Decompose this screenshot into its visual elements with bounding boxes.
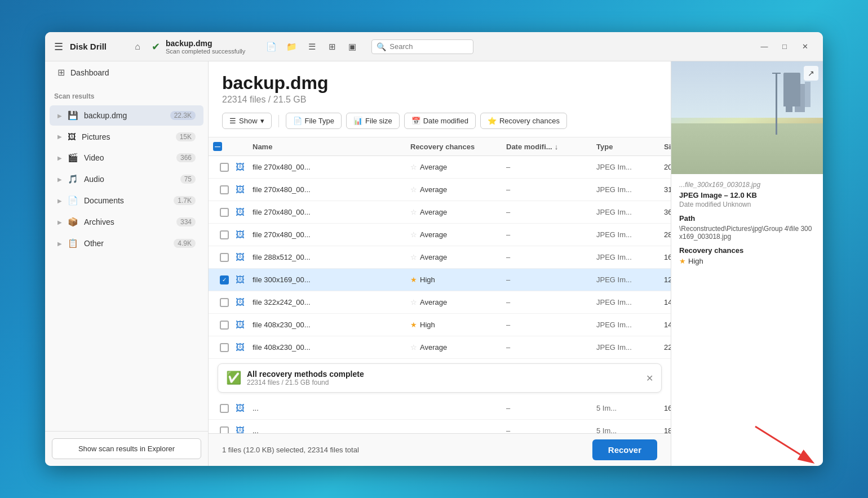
file-name: ... <box>253 426 410 433</box>
type-value: 5 Im... <box>596 426 664 433</box>
sidebar-audio-label: Audio <box>84 175 175 184</box>
dashboard-icon: ⊞ <box>57 67 65 78</box>
type-value: JPEG Im... <box>596 230 664 239</box>
size-value: 14.5 KB <box>664 321 671 329</box>
file-type-icon: 🖼 <box>236 162 245 172</box>
file-view-button[interactable]: 📄 <box>262 38 280 56</box>
title-bar: ☰ Disk Drill ⌂ ✔ backup.dmg Scan complet… <box>45 32 823 61</box>
star-outline-icon: ☆ <box>410 208 417 216</box>
table-row[interactable]: 🖼 file 408x230_00... ☆ Average – JPEG Im… <box>209 336 671 359</box>
date-value: – <box>506 343 596 352</box>
sidebar-item-backup[interactable]: ▶ 💾 backup.dmg 22.3K <box>50 105 203 126</box>
header-col-date[interactable]: Date modifi... ↓ <box>506 143 596 151</box>
size-value: 36.2 KB <box>664 208 671 216</box>
close-button[interactable]: ✕ <box>796 38 814 56</box>
list-view-button[interactable]: ☰ <box>303 38 321 56</box>
recovery-chances-label: Recovery chances <box>499 117 560 125</box>
row-checkbox-cell[interactable] <box>213 163 236 172</box>
size-value: 31.6 KB <box>664 185 671 194</box>
recover-button[interactable]: Recover <box>592 439 657 460</box>
row-checkbox[interactable] <box>220 404 229 413</box>
documents-icon: 📄 <box>68 195 78 206</box>
table-row[interactable]: 🖼 file 270x480_00... ☆ Average – JPEG Im… <box>209 179 671 201</box>
type-value: JPEG Im... <box>596 343 664 352</box>
panel-filename: ...file_300x169_003018.jpg <box>679 181 815 189</box>
archives-icon: 📦 <box>68 217 78 227</box>
grid-view-button[interactable]: ⊞ <box>323 38 341 56</box>
home-button[interactable]: ⌂ <box>129 38 146 55</box>
recovery-value: Average <box>420 163 447 171</box>
date-modified-filter-button[interactable]: 📅 Date modified <box>404 113 476 129</box>
row-checkbox[interactable] <box>220 163 229 172</box>
file-name: file 300x169_00... <box>253 275 410 284</box>
table-row[interactable]: 🖼 file 270x480_00... ☆ Average – JPEG Im… <box>209 201 671 224</box>
sidebar-item-pictures[interactable]: ▶ 🖼 Pictures 15K <box>50 127 203 146</box>
row-checkbox[interactable] <box>220 208 229 217</box>
row-checkbox[interactable] <box>220 185 229 194</box>
sidebar-item-audio[interactable]: ▶ 🎵 Audio 75 <box>50 169 203 189</box>
row-checkbox[interactable] <box>220 343 229 352</box>
split-view-button[interactable]: ▣ <box>343 38 361 56</box>
header-col-type[interactable]: Type <box>596 143 664 151</box>
minimize-button[interactable]: — <box>755 38 773 56</box>
header-col-recovery[interactable]: Recovery chances <box>410 143 506 151</box>
recovery-value: Average <box>420 253 447 261</box>
header-checkbox[interactable] <box>213 142 222 151</box>
chevron-right-icon: ▶ <box>57 134 62 140</box>
table-row[interactable]: 🖼 file 270x480_00... ☆ Average – JPEG Im… <box>209 224 671 246</box>
header-col-name[interactable]: Name <box>253 143 410 151</box>
table-row[interactable]: 🖼 file 288x512_00... ☆ Average – JPEG Im… <box>209 246 671 269</box>
header-checkbox-cell[interactable] <box>213 142 236 151</box>
chevron-right-icon: ▶ <box>57 176 62 183</box>
folder-view-button[interactable]: 📁 <box>282 38 300 56</box>
recovery-cell: ☆ Average <box>410 208 506 216</box>
sidebar-item-other[interactable]: ▶ 📋 Other 4.9K <box>50 233 203 254</box>
header-col-size[interactable]: Size <box>664 143 671 151</box>
sidebar-backup-label: backup.dmg <box>84 111 165 120</box>
show-filter-button[interactable]: ☰ Show ▾ <box>222 113 272 129</box>
table-row[interactable]: 🖼 file 270x480_00... ☆ Average – JPEG Im… <box>209 156 671 179</box>
menu-icon[interactable]: ☰ <box>54 41 63 53</box>
table-row[interactable]: 🖼 file 300x169_00... ★ High – JPEG Im...… <box>209 269 671 291</box>
table-row[interactable]: 🖼 ... – 5 Im... 16.7 KB <box>209 397 671 420</box>
table-row[interactable]: 🖼 file 408x230_00... ★ High – JPEG Im...… <box>209 314 671 336</box>
row-checkbox[interactable] <box>220 298 229 307</box>
show-in-explorer-button[interactable]: Show scan results in Explorer <box>52 438 201 459</box>
sort-icon: ↓ <box>555 143 559 151</box>
file-type-icon: 🖼 <box>236 230 245 239</box>
home-icon: ⌂ <box>135 42 140 52</box>
file-name: file 322x242_00... <box>253 298 410 306</box>
file-list-header: Name Recovery chances Date modifi... ↓ T… <box>209 137 671 156</box>
expand-preview-button[interactable]: ↗ <box>804 66 818 81</box>
table-row[interactable]: 🖼 ... – 5 Im... 18.3 KB <box>209 420 671 433</box>
sidebar-backup-count: 22.3K <box>170 111 196 120</box>
row-checkbox[interactable] <box>220 321 229 330</box>
file-list-body[interactable]: 🖼 file 270x480_00... ☆ Average – JPEG Im… <box>209 156 671 433</box>
content-header: backup.dmg 22314 files / 21.5 GB <box>209 61 671 105</box>
row-checkbox-checked[interactable] <box>220 275 229 284</box>
other-icon: 📋 <box>68 238 78 248</box>
file-type-filter-button[interactable]: 📄 File Type <box>286 113 342 129</box>
row-checkbox[interactable] <box>220 253 229 262</box>
file-size-filter-button[interactable]: 📊 File size <box>346 113 400 129</box>
search-input[interactable] <box>389 42 468 51</box>
sidebar-item-video[interactable]: ▶ 🎬 Video 366 <box>50 148 203 168</box>
notification-container: ✅ All recovery methods complete 22314 fi… <box>209 359 671 397</box>
sidebar-pictures-count: 15K <box>176 132 196 141</box>
recovery-chances-filter-button[interactable]: ⭐ Recovery chances <box>480 113 567 129</box>
sidebar-other-label: Other <box>84 239 168 248</box>
sidebar-item-documents[interactable]: ▶ 📄 Documents 1.7K <box>50 190 203 211</box>
size-value: 12.0 KB <box>664 275 671 284</box>
table-row[interactable]: 🖼 file 322x242_00... ☆ Average – JPEG Im… <box>209 291 671 314</box>
filter-separator <box>278 115 279 127</box>
app-name: Disk Drill <box>70 42 107 51</box>
title-drive-name: backup.dmg <box>166 39 245 48</box>
file-name: file 408x230_00... <box>253 343 410 352</box>
maximize-button[interactable]: □ <box>776 38 794 56</box>
notification-close-button[interactable]: ✕ <box>646 373 653 384</box>
sidebar-item-dashboard[interactable]: ⊞ Dashboard <box>50 62 203 83</box>
search-box[interactable]: 🔍 <box>371 39 473 54</box>
row-checkbox[interactable] <box>220 230 229 239</box>
row-checkbox[interactable] <box>220 426 229 434</box>
sidebar-item-archives[interactable]: ▶ 📦 Archives 334 <box>50 212 203 232</box>
